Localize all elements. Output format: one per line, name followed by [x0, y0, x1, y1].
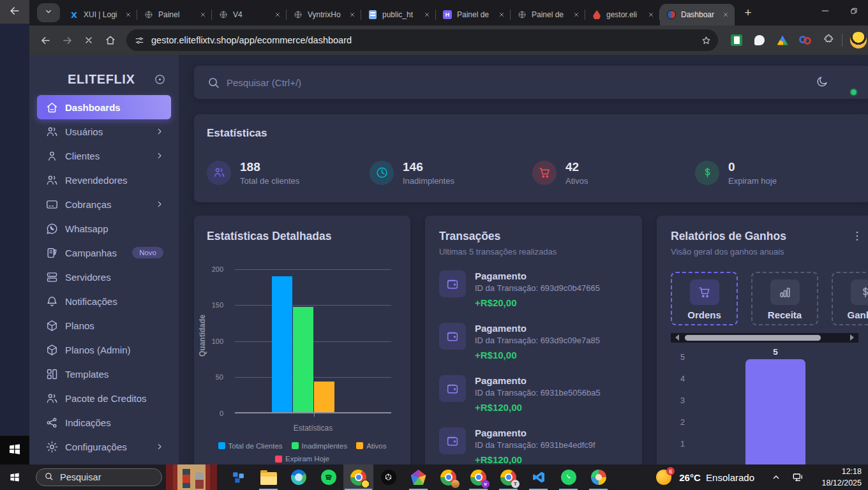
flame-favicon	[593, 10, 601, 19]
tab-close-icon[interactable]	[273, 10, 283, 20]
start-button[interactable]	[0, 464, 29, 490]
horizontal-scrollbar[interactable]	[671, 333, 858, 343]
back-button[interactable]	[34, 29, 56, 51]
site-settings-icon[interactable]	[134, 35, 145, 46]
widgets-spotlight-image[interactable]	[166, 464, 217, 490]
sidebar-item-cobran-as[interactable]: Cobranças	[37, 192, 171, 216]
browser-tab[interactable]: V4	[212, 4, 287, 26]
address-bar[interactable]: gestor.eliteflixtv.shop/app/ecommerce/da…	[126, 29, 718, 51]
profile-avatar[interactable]	[850, 32, 867, 48]
transaction-id: 6931be5056ba5	[541, 388, 601, 397]
taskbar-search-input[interactable]	[60, 472, 143, 482]
tab-close-icon[interactable]	[198, 10, 208, 20]
browser-tab[interactable]: HPainel de	[436, 4, 511, 26]
home-button[interactable]	[100, 29, 121, 51]
sidebar-item-indica-es[interactable]: Indicações	[37, 410, 171, 434]
earnings-tab-receita[interactable]: Receita	[751, 272, 818, 325]
legend-item[interactable]: Expiram Hoje	[275, 452, 329, 465]
users-icon	[45, 391, 59, 405]
transaction-row[interactable]: PagamentoID da Transação: 6931be4edfc9f+…	[439, 427, 628, 465]
browser-tab[interactable]: Painel de	[511, 4, 585, 26]
y-axis-title: Quantidade	[198, 288, 207, 383]
taskbar-app-spotify[interactable]	[313, 464, 343, 490]
taskbar-app-chatgpt[interactable]	[373, 464, 403, 490]
sidebar-item-revendedores[interactable]: Revendedores	[37, 168, 171, 192]
taskbar-app-chrome-active[interactable]	[343, 464, 373, 490]
minimize-button[interactable]	[811, 0, 839, 24]
earnings-tab-ganhos[interactable]: Ganhos	[832, 272, 868, 325]
tab-close-icon[interactable]	[721, 10, 731, 20]
sidebar-item-configura-es[interactable]: Configurações	[37, 434, 171, 459]
taskbar-search[interactable]	[36, 468, 162, 486]
theme-toggle-moon-icon[interactable]	[815, 75, 828, 89]
legend-label: Ativos	[366, 440, 386, 452]
sidebar-item-servidores[interactable]: Servidores	[37, 265, 171, 289]
bookmark-star-icon[interactable]	[701, 35, 712, 46]
stat-value: 0	[728, 160, 777, 174]
legend-item[interactable]: Ativos	[356, 440, 386, 452]
browser-tab[interactable]: Dashboar	[660, 4, 735, 26]
sheets-xls-icon[interactable]	[730, 33, 744, 47]
taskbar-app-task-view[interactable]	[223, 464, 253, 490]
tab-close-icon[interactable]	[422, 10, 432, 20]
adobe-blob-icon[interactable]	[752, 33, 767, 47]
taskbar-app-whatsapp-desktop[interactable]	[553, 464, 583, 490]
tab-close-icon[interactable]	[123, 10, 133, 20]
browser-tab[interactable]: XXUI | Logi	[63, 4, 137, 26]
tab-close-icon[interactable]	[347, 10, 357, 20]
sidebar-item-campanhas[interactable]: CampanhasNovo	[37, 241, 171, 265]
background-back-button[interactable]	[0, 0, 29, 24]
legend-item[interactable]: Inadimplentes	[292, 440, 348, 452]
browser-tab[interactable]: public_ht	[361, 4, 436, 26]
background-windows-button[interactable]	[0, 436, 29, 464]
new-tab-button[interactable]: +	[738, 3, 758, 22]
forward-button[interactable]	[56, 29, 78, 51]
google-drive-icon[interactable]	[775, 33, 789, 47]
extensions-puzzle-icon[interactable]	[821, 33, 835, 47]
sidebar-item-usu-rios[interactable]: Usuários	[37, 119, 171, 144]
link-rings-icon[interactable]	[798, 33, 812, 47]
kebab-menu-icon[interactable]	[849, 228, 865, 244]
taskbar-app-chrome-profile-3[interactable]: T	[493, 464, 523, 490]
sidebar-item-planos-admin-[interactable]: Planos (Admin)	[37, 338, 171, 362]
legend-item[interactable]: Total de Clientes	[218, 440, 283, 452]
sidebar-item-clientes[interactable]: Clientes	[37, 144, 171, 168]
transaction-row[interactable]: PagamentoID da Transação: 693d9c0b47665+…	[439, 271, 628, 308]
weather-widget[interactable]: 6 26°C Ensolarado	[656, 470, 754, 485]
taskbar-app-chrome-profile-1[interactable]	[433, 464, 463, 490]
sidebar-item-pacote-de-creditos[interactable]: Pacote de Creditos	[37, 386, 171, 410]
sidebar-item-templates[interactable]: Templates	[37, 362, 171, 386]
tab-close-icon[interactable]	[497, 10, 507, 20]
taskbar-app-file-explorer[interactable]	[253, 464, 283, 490]
scroll-left-arrow[interactable]	[675, 334, 679, 341]
sidebar-item-dashboards[interactable]: Dashboards	[37, 95, 171, 119]
transactions-subtitle: Ultimas 5 transações realizadas	[439, 247, 628, 256]
tab-list-button[interactable]	[37, 3, 60, 22]
restore-button[interactable]	[839, 0, 868, 24]
transaction-row[interactable]: PagamentoID da Transação: 693d9c09e7a85+…	[439, 323, 628, 360]
network-icon[interactable]	[791, 471, 804, 484]
transaction-row[interactable]: PagamentoID da Transação: 6931be5056ba5+…	[439, 375, 628, 413]
browser-tab[interactable]: gestor.eli	[585, 4, 660, 26]
globe-favicon	[293, 10, 303, 20]
sidebar-pin-toggle[interactable]	[154, 73, 166, 85]
sidebar-item-planos[interactable]: Planos	[37, 313, 171, 338]
taskbar-app-pinwheel-app[interactable]	[403, 464, 433, 490]
scrollbar-thumb[interactable]	[685, 335, 821, 341]
sidebar-item-notifica-es[interactable]: Notificações	[37, 289, 171, 313]
taskbar-app-chrome-profile-2[interactable]: v	[463, 464, 493, 490]
taskbar-app-edge-browser[interactable]	[283, 464, 313, 490]
tray-chevron-up-icon[interactable]	[771, 472, 781, 482]
stop-loading-button[interactable]	[78, 29, 100, 51]
search-input[interactable]	[227, 77, 858, 88]
scroll-right-arrow[interactable]	[850, 334, 854, 341]
tab-close-icon[interactable]	[646, 10, 656, 20]
taskbar-app-vscode[interactable]	[523, 464, 553, 490]
browser-tab[interactable]: VyntrixHo	[287, 4, 361, 26]
browser-tab[interactable]: Painel	[137, 4, 212, 26]
earnings-tab-ordens[interactable]: Ordens	[671, 272, 738, 325]
taskbar-app-paint[interactable]	[583, 464, 613, 490]
clock[interactable]: 12:18 18/12/2025	[816, 466, 862, 489]
tab-close-icon[interactable]	[571, 10, 581, 20]
sidebar-item-whatsapp[interactable]: Whatsapp	[37, 216, 171, 241]
